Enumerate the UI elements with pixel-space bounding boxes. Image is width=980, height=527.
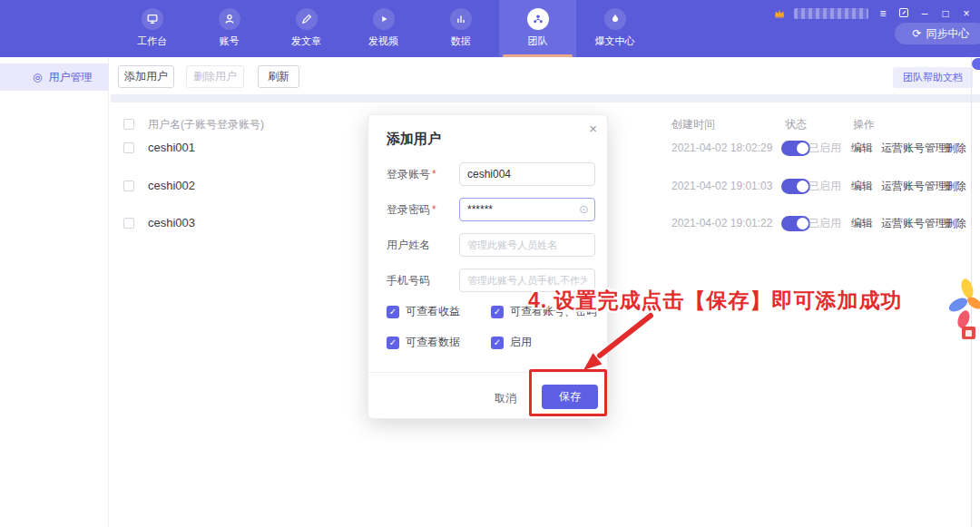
save-button[interactable]: 保存 — [542, 385, 598, 409]
delete-action[interactable]: 删除 — [945, 136, 966, 160]
pen-icon — [296, 8, 318, 30]
created-cell: 2021-04-02 18:02:29 — [671, 136, 772, 160]
menu-icon[interactable]: ≡ — [877, 7, 889, 20]
sync-center-label: 同步中心 — [926, 26, 970, 42]
edit-action[interactable]: 编辑 — [851, 211, 873, 235]
edit-window-icon[interactable] — [897, 7, 910, 21]
checked-checkbox-icon: ✓ — [387, 306, 399, 318]
delete-user-label: 删除用户 — [193, 69, 237, 84]
user-management-icon: ◎ — [33, 71, 42, 83]
sidebar-item-user-management[interactable]: ◎ 用户管理 — [0, 63, 109, 91]
nav-label: 数据 — [451, 34, 471, 48]
status-label: 已启用 — [808, 136, 841, 160]
username-cell: ceshi001 — [148, 136, 195, 160]
flame-icon — [604, 8, 626, 30]
enable-toggle[interactable] — [781, 141, 810, 156]
chart-icon — [450, 8, 472, 30]
manage-accounts-action[interactable]: 运营账号管理 — [881, 211, 946, 235]
username-cell: ceshi003 — [148, 211, 195, 235]
user-name-label: 用户姓名 — [387, 233, 457, 257]
status-label: 已启用 — [808, 174, 841, 198]
checkbox-view-data[interactable]: ✓ 可查看数据 — [387, 335, 460, 350]
required-mark: * — [432, 168, 436, 181]
team-icon — [527, 8, 549, 30]
nav-tab-publish-article[interactable]: 发文章 — [268, 0, 345, 57]
edit-action[interactable]: 编辑 — [851, 136, 873, 160]
pinwheel-logo[interactable] — [949, 276, 980, 346]
checked-checkbox-icon: ✓ — [491, 337, 504, 349]
cancel-button[interactable]: 取消 — [485, 387, 526, 409]
dialog-close-icon[interactable]: × — [589, 121, 597, 136]
nav-label: 团队 — [528, 34, 548, 48]
login-password-input[interactable] — [459, 198, 595, 221]
checkbox-view-earnings[interactable]: ✓ 可查看收益 — [387, 304, 460, 319]
nav-tab-team[interactable]: 团队 — [499, 0, 576, 57]
row-checkbox[interactable] — [123, 181, 134, 191]
phone-number-label: 手机号码 — [387, 268, 457, 292]
row-checkbox[interactable] — [123, 218, 134, 229]
manage-accounts-action[interactable]: 运营账号管理 — [881, 136, 946, 160]
minimize-icon[interactable]: – — [918, 7, 931, 20]
created-cell: 2021-04-02 19:01:03 — [671, 174, 772, 198]
add-user-label: 添加用户 — [124, 69, 168, 84]
tutorial-arrow — [567, 310, 658, 374]
enable-toggle[interactable] — [781, 179, 810, 194]
team-help-doc-label: 团队帮助文档 — [903, 71, 963, 84]
nav-tab-publish-video[interactable]: 发视频 — [345, 0, 422, 57]
required-mark: * — [432, 203, 436, 216]
row-checkbox[interactable] — [123, 142, 134, 153]
sidebar-item-label: 用户管理 — [48, 70, 92, 85]
login-password-label: 登录密码* — [387, 198, 457, 221]
created-cell: 2021-04-02 19:01:22 — [671, 211, 772, 235]
login-account-input[interactable] — [459, 162, 595, 186]
col-header-status: 状态 — [785, 112, 807, 136]
close-icon[interactable]: × — [960, 7, 973, 20]
sync-icon: ⟳ — [912, 27, 921, 40]
nav-tab-data[interactable]: 数据 — [422, 0, 499, 57]
user-icon — [219, 8, 240, 30]
nav-tab-hot-center[interactable]: 爆文中心 — [576, 0, 653, 57]
toggle-knob — [797, 181, 808, 192]
titlebar-controls: ≡ – □ × — [773, 5, 973, 22]
delete-action[interactable]: 删除 — [945, 174, 966, 198]
delete-action[interactable]: 删除 — [945, 211, 966, 235]
sync-center-button[interactable]: ⟳ 同步中心 — [895, 23, 980, 44]
active-tab-underline — [503, 54, 573, 57]
maximize-icon[interactable]: □ — [939, 7, 952, 20]
manage-accounts-action[interactable]: 运营账号管理 — [881, 174, 946, 198]
col-header-actions: 操作 — [853, 112, 875, 136]
team-help-doc-button[interactable]: 团队帮助文档 — [893, 67, 973, 88]
nav-label: 爆文中心 — [595, 34, 635, 48]
nav-tab-account[interactable]: 账号 — [191, 0, 268, 57]
login-account-label: 登录账号* — [387, 162, 457, 186]
monitor-icon — [142, 8, 163, 30]
user-name-input[interactable] — [459, 233, 595, 257]
checked-checkbox-icon: ✓ — [491, 306, 504, 318]
dialog-title: 添加用户 — [387, 131, 441, 148]
status-label: 已启用 — [808, 211, 841, 235]
eye-icon[interactable]: ⊙ — [579, 198, 589, 221]
nav-label: 工作台 — [137, 34, 167, 48]
play-icon — [373, 8, 395, 30]
select-all-checkbox[interactable] — [123, 119, 134, 130]
nav-label: 发视频 — [368, 34, 398, 48]
main-nav: 工作台 账号 发文章 发视频 数据 团队 爆文中心 — [113, 0, 653, 57]
toggle-knob — [797, 218, 808, 229]
nav-label: 账号 — [220, 34, 240, 48]
col-header-username: 用户名(子账号登录账号) — [148, 112, 264, 136]
checkbox-enable[interactable]: ✓ 启用 — [491, 335, 532, 350]
username-cell: ceshi002 — [148, 174, 195, 198]
delete-user-button[interactable]: 删除用户 — [186, 65, 244, 88]
enable-toggle[interactable] — [781, 216, 810, 231]
masked-username — [794, 8, 868, 19]
floating-button-edge[interactable] — [972, 58, 980, 70]
refresh-button[interactable]: 刷新 — [258, 65, 299, 88]
add-user-button[interactable]: 添加用户 — [118, 65, 174, 88]
nav-tab-workbench[interactable]: 工作台 — [113, 0, 191, 57]
edit-action[interactable]: 编辑 — [851, 174, 873, 198]
vip-crown-icon — [773, 5, 786, 22]
nav-label: 发文章 — [291, 34, 321, 48]
col-header-created: 创建时间 — [671, 112, 715, 136]
toggle-knob — [797, 142, 808, 154]
section-divider — [111, 94, 980, 102]
